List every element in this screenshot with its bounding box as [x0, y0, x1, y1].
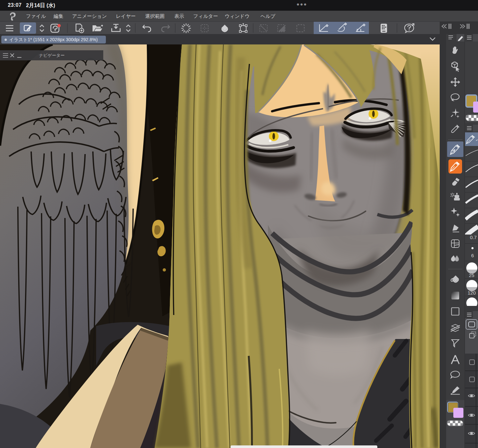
- svg-text:6: 6: [471, 253, 474, 258]
- svg-text:120: 120: [468, 290, 476, 296]
- svg-text:25: 25: [469, 272, 474, 278]
